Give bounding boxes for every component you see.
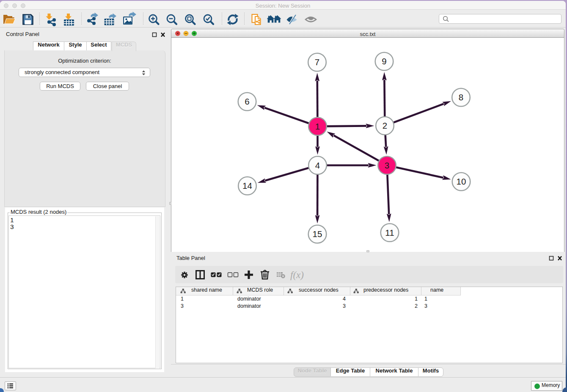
svg-text:7: 7 — [315, 57, 319, 67]
svg-text:11: 11 — [385, 227, 394, 237]
svg-text:8: 8 — [459, 92, 463, 102]
svg-text:4: 4 — [315, 160, 320, 170]
svg-text:9: 9 — [382, 56, 386, 66]
svg-text:2: 2 — [383, 121, 387, 130]
svg-text:1: 1 — [315, 121, 320, 131]
svg-text:10: 10 — [457, 177, 466, 186]
svg-text:3: 3 — [385, 160, 389, 170]
svg-text:f(x): f(x) — [290, 270, 304, 280]
svg-text:14: 14 — [242, 181, 252, 190]
svg-text:6: 6 — [245, 97, 249, 106]
svg-text:15: 15 — [313, 229, 322, 239]
